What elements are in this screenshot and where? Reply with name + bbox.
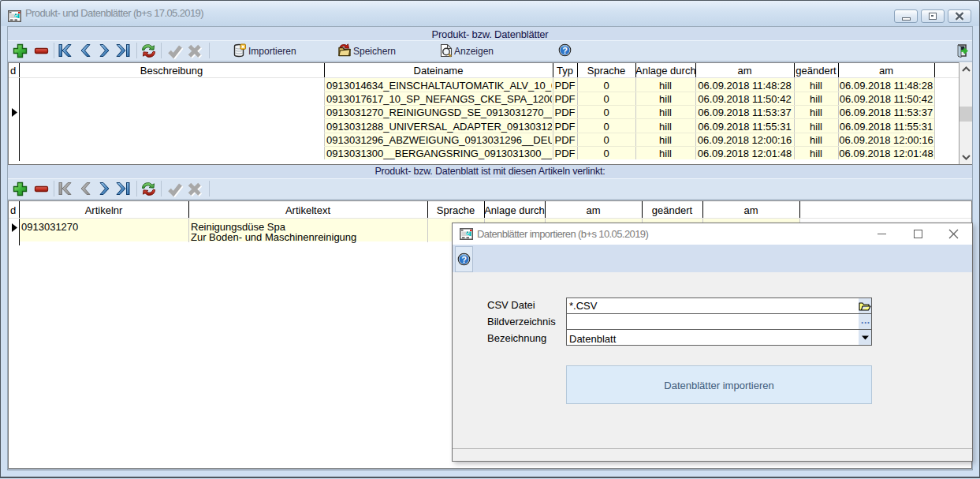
svg-text:?: ? (461, 255, 467, 264)
